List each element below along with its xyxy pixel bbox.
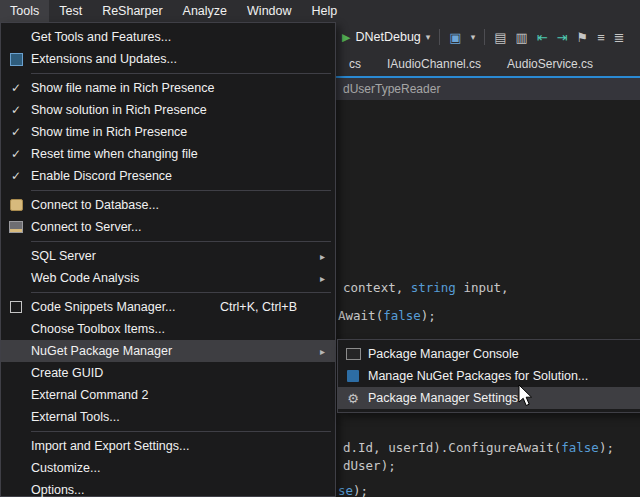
menu-item-external-command-2[interactable]: External Command 2 <box>1 384 335 406</box>
checkmark-icon: ✓ <box>1 169 31 183</box>
menu-item-nuget-package-manager[interactable]: NuGet Package Manager ▸ <box>1 340 335 362</box>
menu-item-label: Package Manager Console <box>368 347 519 361</box>
menu-item-connect-to-database[interactable]: Connect to Database... <box>1 194 335 216</box>
menu-item-reset-time[interactable]: ✓ Reset time when changing file <box>1 143 335 165</box>
code-line: se); <box>338 483 368 497</box>
menubar-item-window[interactable]: Window <box>237 0 301 22</box>
gear-icon: ⚙ <box>347 392 359 405</box>
menu-item-label: Connect to Database... <box>31 198 159 212</box>
bookmark-icon[interactable]: ⚑ <box>577 31 589 44</box>
indent-in-icon[interactable]: ⇥ <box>557 31 568 44</box>
console-icon <box>346 348 361 360</box>
menu-gutter: ⚙ <box>338 392 368 405</box>
breadcrumb-type-name: dUserTypeReader <box>343 82 440 96</box>
menubar-item-resharper[interactable]: ReSharper <box>92 0 172 22</box>
menu-item-code-snippets-manager[interactable]: Code Snippets Manager... Ctrl+K, Ctrl+B <box>1 296 335 318</box>
menu-item-connect-to-server[interactable]: Connect to Server... <box>1 216 335 238</box>
menu-item-label: Options... <box>31 483 85 497</box>
menubar-item-help[interactable]: Help <box>302 0 348 22</box>
chevron-down-icon: ▾ <box>426 32 431 42</box>
menu-item-web-code-analysis[interactable]: Web Code Analysis ▸ <box>1 267 335 289</box>
menu-item-label: SQL Server <box>31 249 96 263</box>
code-line: Await(false); <box>338 308 436 323</box>
menubar-item-test[interactable]: Test <box>49 0 92 22</box>
database-icon <box>10 199 23 211</box>
checkmark-icon: ✓ <box>1 125 31 139</box>
tab-strip: cs IAudioChannel.cs AudioService.cs <box>336 52 640 78</box>
menubar: Tools Test ReSharper Analyze Window Help <box>0 0 640 22</box>
tab-audioservice[interactable]: AudioService.cs <box>494 52 606 76</box>
tab-iaudiochannel[interactable]: IAudioChannel.cs <box>374 52 494 76</box>
submenu-item-package-manager-console[interactable]: Package Manager Console <box>338 343 640 365</box>
menu-gutter <box>1 301 31 313</box>
menu-gutter <box>338 348 368 360</box>
menu-item-customize[interactable]: Customize... <box>1 457 335 479</box>
snippets-icon <box>10 301 22 313</box>
submenu-arrow-icon: ▸ <box>320 273 325 284</box>
tab-partial-cs[interactable]: cs <box>336 52 374 76</box>
menu-item-label: Create GUID <box>31 366 103 380</box>
menu-gutter <box>338 370 368 382</box>
menu-gutter <box>1 53 31 66</box>
submenu-item-manage-nuget-packages[interactable]: Manage NuGet Packages for Solution... <box>338 365 640 387</box>
menu-item-label: Reset time when changing file <box>31 147 198 161</box>
menu-item-sql-server[interactable]: SQL Server ▸ <box>1 245 335 267</box>
menu-item-show-time[interactable]: ✓ Show time in Rich Presence <box>1 121 335 143</box>
editor-pane: ▶ DNetDebug ▾ ▣ ▾ ▤ ▥ ⇤ ⇥ ⚑ ≡ ≣ cs IAudi… <box>336 22 640 497</box>
menubar-item-tools[interactable]: Tools <box>0 0 49 22</box>
run-target-label: DNetDebug <box>355 30 420 44</box>
menu-separator <box>31 241 331 242</box>
menu-item-label: NuGet Package Manager <box>31 344 172 358</box>
submenu-item-package-manager-settings[interactable]: ⚙ Package Manager Settings <box>338 387 640 409</box>
menu-item-label: Manage NuGet Packages for Solution... <box>368 369 588 383</box>
menu-gutter <box>1 221 31 233</box>
menu-item-extensions-and-updates[interactable]: Extensions and Updates... <box>1 48 335 70</box>
packages-icon <box>347 370 359 382</box>
copy-file-icon[interactable]: ▤ <box>494 31 506 44</box>
menu-item-label: Import and Export Settings... <box>31 439 189 453</box>
menu-item-show-file-name[interactable]: ✓ Show file name in Rich Presence <box>1 77 335 99</box>
toolbar-separator <box>439 29 440 45</box>
chevron-down-icon[interactable]: ▾ <box>471 32 476 42</box>
submenu-arrow-icon: ▸ <box>320 251 325 262</box>
menu-gutter <box>1 199 31 211</box>
toolbar-separator <box>484 29 485 45</box>
tools-menu: Get Tools and Features... Extensions and… <box>0 22 336 497</box>
menu-item-label: External Tools... <box>31 410 120 424</box>
save-all-icon[interactable]: ▥ <box>515 31 527 44</box>
menu-item-label: Show time in Rich Presence <box>31 125 187 139</box>
menu-separator <box>31 190 331 191</box>
menu-item-label: Customize... <box>31 461 100 475</box>
menu-item-label: Extensions and Updates... <box>31 52 177 66</box>
menu-item-import-export-settings[interactable]: Import and Export Settings... <box>1 435 335 457</box>
menu-item-enable-discord-presence[interactable]: ✓ Enable Discord Presence <box>1 165 335 187</box>
menu-item-create-guid[interactable]: Create GUID <box>1 362 335 384</box>
indent-out-icon[interactable]: ⇤ <box>537 31 548 44</box>
menu-item-label: Connect to Server... <box>31 220 141 234</box>
menu-item-options[interactable]: Options... <box>1 479 335 497</box>
code-line: context, string input, <box>343 280 509 295</box>
menu-separator <box>31 431 331 432</box>
code-editor[interactable]: context, string input, Await(false); d.I… <box>336 100 640 497</box>
menu-item-get-tools-and-features[interactable]: Get Tools and Features... <box>1 26 335 48</box>
server-icon <box>9 221 23 233</box>
menu-item-label: Choose Toolbox Items... <box>31 322 165 336</box>
navigation-bar[interactable]: dUserTypeReader <box>336 78 640 100</box>
menu-item-label: Enable Discord Presence <box>31 169 172 183</box>
menu-item-show-solution[interactable]: ✓ Show solution in Rich Presence <box>1 99 335 121</box>
menu-item-label: Web Code Analysis <box>31 271 139 285</box>
nuget-submenu: Package Manager Console Manage NuGet Pac… <box>337 339 640 413</box>
error-list-icon[interactable]: ≣ <box>614 31 625 44</box>
attach-icon[interactable]: ▣ <box>449 31 461 44</box>
menu-item-label: Get Tools and Features... <box>31 30 171 44</box>
menu-item-choose-toolbox-items[interactable]: Choose Toolbox Items... <box>1 318 335 340</box>
run-button[interactable]: ▶ DNetDebug ▾ <box>342 30 430 44</box>
play-icon: ▶ <box>342 31 350 44</box>
menu-item-external-tools[interactable]: External Tools... <box>1 406 335 428</box>
code-line: dUser); <box>343 458 396 473</box>
menubar-item-analyze[interactable]: Analyze <box>173 0 237 22</box>
task-list-icon[interactable]: ≡ <box>597 31 605 44</box>
toolbar: ▶ DNetDebug ▾ ▣ ▾ ▤ ▥ ⇤ ⇥ ⚑ ≡ ≣ <box>336 22 640 52</box>
extensions-icon <box>10 53 23 66</box>
menu-item-label: Show file name in Rich Presence <box>31 81 214 95</box>
